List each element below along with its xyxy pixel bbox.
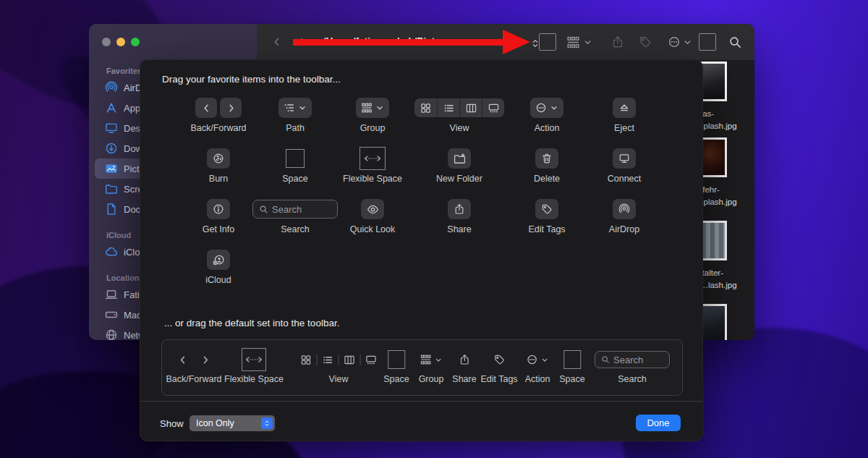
tag-icon	[639, 35, 652, 48]
view-list-icon	[443, 103, 454, 114]
search-placeholder: Search	[272, 204, 302, 215]
search-button[interactable]	[728, 33, 742, 51]
share-icon	[611, 35, 624, 48]
space-box	[286, 149, 305, 168]
default-item-flexible-space[interactable]: Flexible Space	[224, 347, 284, 384]
laptop-icon	[105, 288, 118, 301]
flex-arrow-icon	[244, 354, 264, 365]
view-gallery-icon	[366, 355, 377, 365]
share-icon	[454, 203, 465, 215]
annotation-arrow-head	[503, 30, 530, 54]
default-item-action[interactable]: Action	[525, 347, 550, 384]
footer-divider	[140, 401, 702, 402]
action-icon	[668, 35, 681, 48]
done-button[interactable]: Done	[636, 415, 681, 431]
default-toolbar-set[interactable]: Back/Forward Flexible Space View Space	[161, 339, 683, 396]
default-item-space[interactable]: Space	[559, 347, 584, 384]
palette-item-airdrop[interactable]: AirDrop	[570, 196, 678, 234]
search-field[interactable]: Search	[595, 351, 670, 368]
group-icon	[566, 35, 580, 49]
chevron-down-icon	[683, 38, 692, 47]
tags-button[interactable]	[639, 33, 652, 51]
document-icon	[105, 203, 118, 216]
window-controls	[102, 38, 140, 46]
flexible-space-box	[359, 147, 386, 170]
group-grid-icon	[361, 102, 373, 114]
tag-icon	[541, 203, 553, 215]
file-item[interactable]: -stalter-0…lash.jpg	[695, 221, 750, 292]
show-mode-value: Icon Only	[196, 418, 234, 428]
chevron-down-icon	[583, 38, 592, 47]
folder-icon	[105, 182, 118, 195]
view-list-icon	[323, 355, 333, 365]
chevron-down-icon	[550, 103, 558, 112]
hard-drive-icon	[105, 308, 118, 321]
view-columns-icon	[344, 355, 355, 365]
file-name: reas-…plash.jpg	[695, 108, 750, 132]
applications-icon	[105, 101, 118, 114]
select-stepper-icon	[261, 417, 273, 429]
chevron-left-icon	[201, 103, 212, 114]
space-box	[388, 350, 405, 369]
action-button[interactable]	[668, 33, 692, 51]
default-item-group[interactable]: Group	[419, 347, 444, 384]
flex-arrow-icon	[362, 153, 383, 164]
view-columns-icon	[466, 103, 477, 114]
downloads-icon	[105, 142, 118, 155]
file-name: e-fehr-…plash.jpg	[695, 184, 750, 208]
view-grid-icon	[420, 103, 431, 114]
new-folder-icon	[454, 153, 466, 165]
show-mode-select[interactable]: Icon Only	[190, 415, 275, 431]
burn-icon	[213, 153, 224, 164]
space-box	[563, 350, 581, 369]
show-label: Show	[160, 418, 184, 429]
sheet-heading: Drag your favorite items into the toolba…	[162, 74, 341, 85]
palette-item-connect[interactable]: Connect	[570, 145, 678, 184]
file-item[interactable]: reas-…plash.jpg	[695, 62, 750, 132]
tag-icon	[493, 354, 505, 365]
chevron-right-icon	[200, 355, 210, 365]
airdrop-icon	[105, 81, 118, 94]
icloud-person-icon	[213, 254, 225, 266]
palette-item-icloud[interactable]: iCloud	[164, 247, 273, 285]
airdrop-icon	[618, 203, 630, 215]
display-icon	[618, 153, 630, 164]
action-icon	[535, 102, 547, 114]
file-item[interactable]: e-fehr-…plash.jpg	[695, 137, 750, 208]
default-item-view[interactable]: View	[296, 347, 382, 384]
search-placeholder: Search	[613, 355, 643, 365]
annotation-arrow-body	[293, 39, 504, 46]
desktop-icon	[105, 122, 118, 135]
action-icon	[527, 354, 538, 365]
zoom-button[interactable]	[131, 38, 140, 46]
globe-icon	[105, 328, 118, 340]
trash-icon	[541, 153, 553, 164]
path-menu-icon	[284, 102, 295, 114]
eject-icon	[618, 102, 630, 114]
close-button[interactable]	[102, 38, 111, 46]
file-item[interactable]	[695, 304, 750, 340]
default-set-heading: ... or drag the default set into the too…	[164, 318, 339, 328]
chevron-down-icon	[541, 356, 549, 364]
default-item-space[interactable]: Space	[383, 347, 409, 384]
desktop: /Users/fatimawahab/Pictures Favorites Ai…	[0, 0, 868, 458]
toolbar-space-placeholder[interactable]	[539, 33, 556, 51]
default-item-edit-tags[interactable]: Edit Tags	[480, 347, 517, 384]
default-item-share[interactable]: Share	[452, 347, 476, 384]
cloud-icon	[105, 245, 118, 258]
back-button[interactable]	[271, 33, 283, 51]
view-grid-icon	[301, 355, 312, 365]
palette-item-eject[interactable]: Eject	[570, 95, 678, 133]
default-item-back-forward[interactable]: Back/Forward	[166, 347, 221, 384]
default-item-search[interactable]: Search Search	[595, 347, 670, 384]
search-icon	[601, 355, 610, 364]
chevron-left-icon	[177, 355, 188, 365]
minimize-button[interactable]	[116, 38, 125, 46]
search-icon	[259, 205, 268, 214]
group-button[interactable]	[566, 33, 592, 51]
search-icon	[728, 35, 742, 49]
chevron-down-icon	[298, 103, 307, 112]
share-button[interactable]	[611, 33, 624, 51]
toolbar-space-placeholder[interactable]	[699, 33, 716, 51]
flexible-space-box	[242, 348, 266, 371]
